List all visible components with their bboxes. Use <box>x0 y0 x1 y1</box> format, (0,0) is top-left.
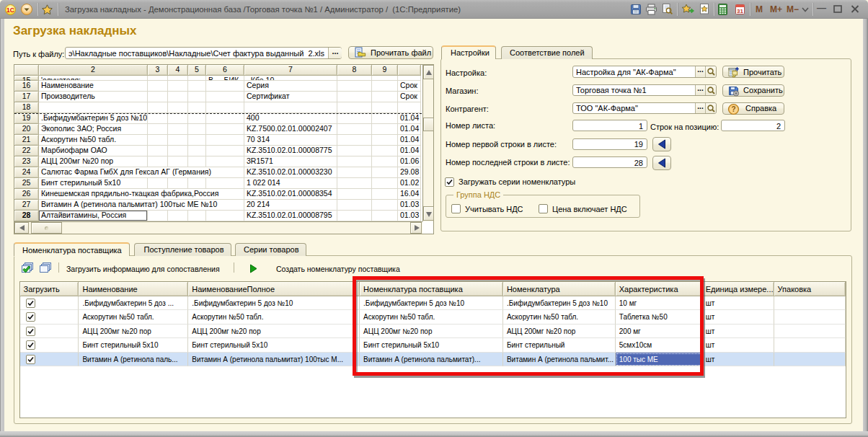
svg-text:?: ? <box>731 105 735 113</box>
svg-text:31: 31 <box>737 8 743 14</box>
svg-text:1С: 1С <box>6 6 14 14</box>
